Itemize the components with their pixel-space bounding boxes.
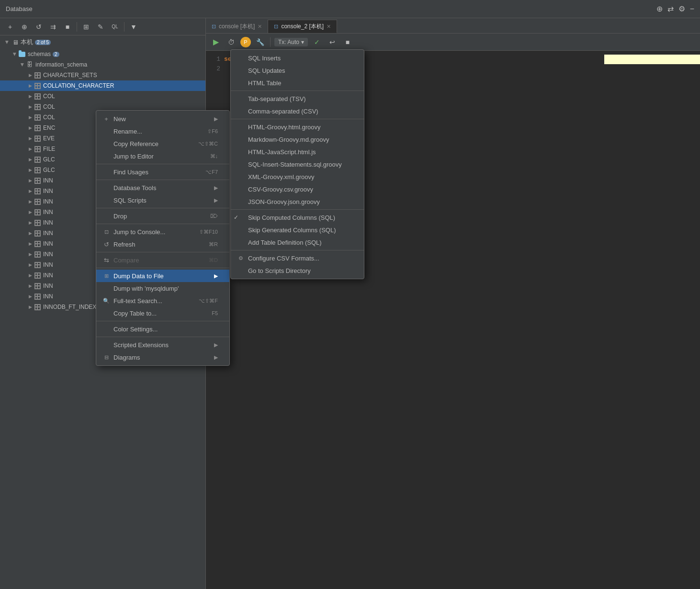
submenu-add-table-def[interactable]: Add Table Definition (SQL) [231, 236, 364, 249]
highlight-region [604, 55, 700, 64]
submenu-html-table-label: HTML Table [248, 79, 281, 87]
table-row[interactable]: ▶COL [0, 91, 205, 102]
menu-copy-table[interactable]: Copy Table to... F5 [206, 307, 229, 319]
filter-button[interactable]: ▼ [127, 21, 140, 33]
menu-sep8 [206, 337, 229, 337]
submenu-go-scripts[interactable]: Go to Scripts Directory [231, 264, 364, 277]
menu-drop[interactable]: Drop ⌦ [206, 210, 229, 222]
csv-groovy-icon [237, 185, 245, 193]
submenu-html-js[interactable]: HTML-JavaScript.html.js [231, 146, 364, 158]
table-icon [34, 71, 41, 79]
menu-fulltext-search[interactable]: 🔍 Full-text Search... ⌥⇧⌘F [206, 294, 229, 307]
submenu-sql-inserts[interactable]: SQL Inserts [231, 52, 364, 64]
menu-db-tools[interactable]: Database Tools ▶ [206, 181, 229, 194]
sql-updates-icon [237, 66, 245, 75]
submenu-xml-groovy[interactable]: XML-Groovy.xml.groovy [231, 170, 364, 183]
tab-close-btn[interactable]: ✕ [258, 23, 262, 30]
table-row-selected[interactable]: ▶ COLLATION_CHARACTER [0, 80, 205, 91]
table-arrow: ▶ [27, 125, 34, 131]
rollback-button[interactable]: ↩ [326, 36, 339, 48]
menu-new[interactable]: + New ▶ [206, 113, 229, 125]
menu-sql-scripts[interactable]: SQL Scripts ▶ [206, 194, 229, 206]
sub-sep2 [231, 119, 364, 119]
info-schema-item[interactable]: ▶ 🗄 information_schema [0, 59, 205, 70]
menu-jump-console[interactable]: ⊡ Jump to Console... ⇧⌘F10 [206, 226, 229, 238]
menu-dump-mysql[interactable]: Dump with 'mysqldump' [206, 282, 229, 294]
menu-jump-editor[interactable]: Jump to Editor ⌘↓ [206, 150, 229, 162]
tx-badge[interactable]: Tx: Auto ▾ [274, 38, 308, 46]
title-bar-controls: ⊕ ⇄ ⚙ − [656, 4, 694, 13]
table-icon [34, 82, 41, 90]
refresh-button[interactable]: ↺ [33, 21, 45, 33]
tab-console1[interactable]: ⊡ console [本机] ✕ [206, 20, 268, 33]
table-row[interactable]: ▶ CHARACTER_SETS [0, 70, 205, 80]
jump-editor-shortcut: ⌘↓ [210, 153, 218, 159]
menu-copy-ref[interactable]: Copy Reference ⌥⇧⌘C [206, 137, 229, 150]
menu-find-usages[interactable]: Find Usages ⌥F7 [206, 166, 229, 178]
submenu-skip-generated[interactable]: Skip Generated Columns (SQL) [231, 224, 364, 236]
submenu-html-table[interactable]: HTML Table [231, 77, 364, 89]
submenu-csv-groovy-label: CSV-Groovy.csv.groovy [248, 186, 313, 193]
table-name: EVE [43, 135, 55, 142]
submenu-configure-csv[interactable]: ⚙ Configure CSV Formats... [231, 252, 364, 264]
submenu-json-groovy[interactable]: JSON-Groovy.json.groovy [231, 195, 364, 208]
submenu-sql-updates[interactable]: SQL Updates [231, 64, 364, 77]
submenu-sql-groovy[interactable]: SQL-Insert-Statements.sql.groovy [231, 158, 364, 170]
new-connection-button[interactable]: + [4, 21, 16, 33]
table-name: CHARACTER_SETS [43, 72, 97, 79]
host-badge: 2 of 5 [35, 40, 51, 45]
table-arrow: ▶ [27, 283, 34, 289]
submenu-csv-groovy[interactable]: CSV-Groovy.csv.groovy [231, 183, 364, 195]
run-button[interactable]: ▶ [210, 36, 222, 48]
submenu-csv[interactable]: Comma-separated (CSV) [231, 105, 364, 117]
grid-button[interactable]: ⊞ [80, 21, 92, 33]
submenu-tsv[interactable]: Tab-separated (TSV) [231, 92, 364, 105]
table-icon [34, 92, 41, 100]
folder-icon [18, 50, 26, 58]
html-groovy-icon [237, 123, 245, 131]
edit-button[interactable]: ✎ [94, 21, 107, 33]
ql-button[interactable]: QL [109, 21, 121, 33]
skip-generated-icon [237, 226, 245, 234]
submenu-sql-updates-label: SQL Updates [248, 67, 285, 74]
tab-console2[interactable]: ⊡ console_2 [本机] ✕ [268, 20, 337, 33]
table-name: INN [43, 230, 53, 237]
host-arrow: ▶ [4, 39, 11, 45]
computer-icon: 🖥 [12, 39, 19, 46]
menu-scripted-ext[interactable]: Scripted Extensions ▶ [206, 339, 229, 351]
schemas-item[interactable]: ▶ schemas 2 [0, 49, 205, 59]
title-bar-title: Database [6, 5, 33, 12]
tab-label: console [本机] [219, 23, 255, 31]
submenu-skip-computed[interactable]: ✓ Skip Computed Columns (SQL) [231, 211, 364, 224]
cancel-button[interactable]: ■ [341, 36, 354, 48]
menu-diagrams[interactable]: ⊟ Diagrams ▶ [206, 351, 229, 363]
commit-button[interactable]: ✓ [311, 36, 323, 48]
config-button[interactable]: 🔧 [254, 36, 266, 48]
menu-color-settings[interactable]: Color Settings... [206, 323, 229, 335]
submenu-html-js-label: HTML-JavaScript.html.js [248, 148, 316, 156]
submenu-markdown-groovy[interactable]: Markdown-Groovy.md.groovy [231, 133, 364, 146]
schema-button[interactable]: ⇉ [47, 21, 59, 33]
timer-button[interactable]: ⏱ [225, 36, 237, 48]
table-icon [34, 113, 41, 121]
tx-dropdown-icon: ▾ [301, 39, 304, 45]
schemas-arrow: ▶ [11, 51, 18, 57]
menu-sep2 [206, 180, 229, 180]
profile-button[interactable]: P [240, 37, 251, 47]
table-arrow: ▶ [27, 103, 34, 110]
submenu-html-groovy[interactable]: HTML-Groovy.html.groovy [231, 121, 364, 133]
settings-icon: ⚙ [678, 4, 685, 13]
tab-close-btn2[interactable]: ✕ [327, 23, 331, 30]
stop-button[interactable]: ■ [61, 21, 74, 33]
menu-dump-data[interactable]: ⊞ Dump Data to File ▶ SQL Inserts SQL Up… [206, 270, 229, 282]
rename-shortcut: ⇧F6 [207, 128, 218, 135]
table-arrow: ▶ [27, 209, 34, 215]
menu-rename[interactable]: Rename... ⇧F6 [206, 125, 229, 137]
add-datasource-button[interactable]: ⊕ [18, 21, 31, 33]
add-icon: ⊕ [656, 4, 663, 13]
host-item[interactable]: ▶ 🖥 本机 2 of 5 [0, 35, 205, 49]
table-name: FILE [43, 146, 55, 152]
menu-sep7 [206, 321, 229, 321]
menu-refresh[interactable]: ↺ Refresh ⌘R [206, 238, 229, 250]
table-name: INN [43, 293, 53, 300]
